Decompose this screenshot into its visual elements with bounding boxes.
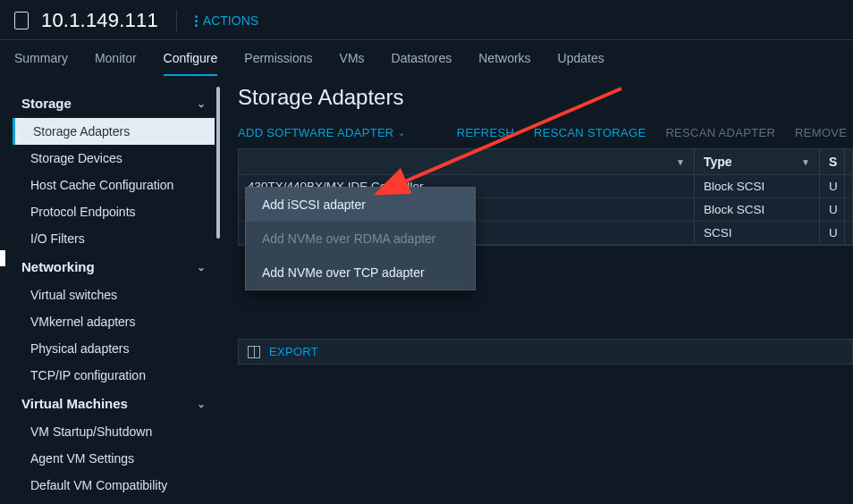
tab-networks[interactable]: Networks xyxy=(478,51,530,76)
header-type-label: Type xyxy=(704,155,732,169)
sidebar-item-vmkernel-adapters[interactable]: VMkernel adapters xyxy=(13,308,215,335)
sidebar-section-virtual-machines[interactable]: Virtual Machines⌄ xyxy=(13,389,215,418)
add-adapter-dropdown: Add iSCSI adapterAdd NVMe over RDMA adap… xyxy=(245,187,476,290)
cell-type: Block SCSI xyxy=(695,175,820,197)
sidebar-section-storage[interactable]: Storage⌄ xyxy=(13,88,215,118)
dropdown-item-add-nvme-over-rdma-adapter: Add NVMe over RDMA adapter xyxy=(246,222,475,256)
tab-permissions[interactable]: Permissions xyxy=(244,51,312,76)
tabs: SummaryMonitorConfigurePermissionsVMsDat… xyxy=(0,40,853,76)
export-button[interactable]: EXPORT xyxy=(269,345,318,358)
actions-menu-icon xyxy=(195,15,198,27)
cell-status: U xyxy=(820,222,845,244)
sidebar-item-host-cache-configuration[interactable]: Host Cache Configuration xyxy=(13,172,215,198)
chevron-down-icon: ⌄ xyxy=(398,128,405,138)
rescan-storage-button[interactable]: RESCAN STORAGE xyxy=(534,126,646,139)
add-software-adapter-label: ADD SOFTWARE ADAPTER xyxy=(238,126,394,139)
dropdown-item-add-nvme-over-tcp-adapter[interactable]: Add NVMe over TCP adapter xyxy=(246,256,475,290)
header-status[interactable]: S xyxy=(820,149,845,174)
sidebar-item-i-o-filters[interactable]: I/O Filters xyxy=(13,225,215,252)
rescan-adapter-button[interactable]: RESCAN ADAPTER xyxy=(665,126,775,139)
sidebar-section-networking[interactable]: Networking⌄ xyxy=(13,252,215,281)
separator xyxy=(176,10,177,31)
sidebar-scrollbar[interactable] xyxy=(216,87,220,239)
tab-summary[interactable]: Summary xyxy=(14,51,68,76)
cell-status: U xyxy=(820,175,845,197)
sidebar: Storage⌄Storage AdaptersStorage DevicesH… xyxy=(0,76,222,492)
cell-type: Block SCSI xyxy=(695,198,820,221)
sidebar-item-protocol-endpoints[interactable]: Protocol Endpoints xyxy=(13,198,215,225)
sidebar-item-storage-adapters[interactable]: Storage Adapters xyxy=(13,118,215,145)
chevron-down-icon: ⌄ xyxy=(197,398,206,410)
sidebar-item-agent-vm-settings[interactable]: Agent VM Settings xyxy=(13,445,215,472)
sidebar-item-tcp-ip-configuration[interactable]: TCP/IP configuration xyxy=(13,362,215,389)
host-icon xyxy=(14,12,29,29)
add-software-adapter-button[interactable]: ADD SOFTWARE ADAPTER ⌄ xyxy=(238,126,405,139)
columns-icon[interactable] xyxy=(248,346,260,358)
selection-indicator xyxy=(0,250,5,266)
toolbar: ADD SOFTWARE ADAPTER ⌄ REFRESH RESCAN ST… xyxy=(238,126,853,148)
cell-status: U xyxy=(820,198,845,221)
dropdown-item-add-iscsi-adapter[interactable]: Add iSCSI adapter xyxy=(246,188,475,222)
chevron-down-icon: ⌄ xyxy=(197,261,206,273)
remove-button[interactable]: REMOVE xyxy=(795,126,847,139)
header-type[interactable]: Type ▼ xyxy=(695,149,820,174)
tab-updates[interactable]: Updates xyxy=(558,51,604,76)
header-status-label: S xyxy=(829,155,837,169)
actions-label: ACTIONS xyxy=(203,13,258,28)
host-ip: 10.1.149.111 xyxy=(41,9,158,32)
tab-monitor[interactable]: Monitor xyxy=(95,51,137,76)
sidebar-item-storage-devices[interactable]: Storage Devices xyxy=(13,145,215,172)
actions-button[interactable]: ACTIONS xyxy=(195,13,258,28)
page-title: Storage Adapters xyxy=(238,85,853,110)
sidebar-item-default-vm-compatibility[interactable]: Default VM Compatibility xyxy=(13,472,215,492)
tab-vms[interactable]: VMs xyxy=(340,51,365,76)
tab-datastores[interactable]: Datastores xyxy=(392,51,452,76)
refresh-button[interactable]: REFRESH xyxy=(457,126,514,139)
header: 10.1.149.111 ACTIONS xyxy=(0,0,853,40)
header-model[interactable]: ▼ xyxy=(239,149,695,174)
sidebar-item-vm-startup-shutdown[interactable]: VM Startup/Shutdown xyxy=(13,418,215,445)
sidebar-item-physical-adapters[interactable]: Physical adapters xyxy=(13,335,215,362)
sidebar-item-virtual-switches[interactable]: Virtual switches xyxy=(13,281,215,308)
filter-icon[interactable]: ▼ xyxy=(676,157,685,167)
tab-configure[interactable]: Configure xyxy=(164,51,218,76)
cell-type: SCSI xyxy=(695,222,820,244)
filter-icon[interactable]: ▼ xyxy=(801,157,810,167)
export-bar: EXPORT xyxy=(238,339,853,365)
table-header: ▼ Type ▼ S xyxy=(239,149,852,175)
chevron-down-icon: ⌄ xyxy=(197,97,206,110)
